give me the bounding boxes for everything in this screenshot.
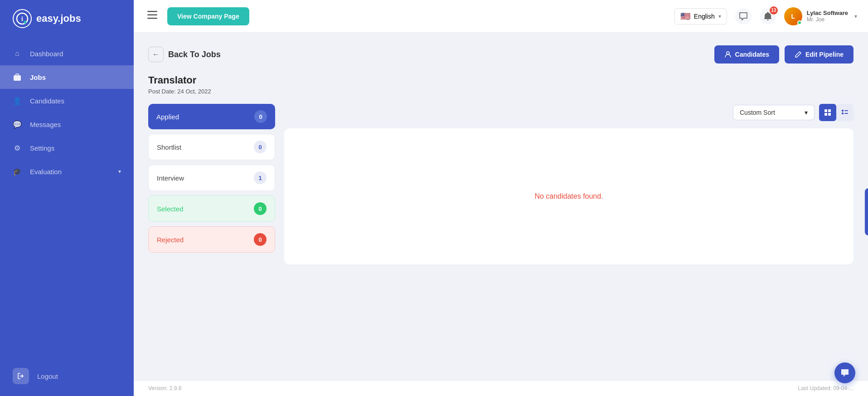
stage-label: Interview bbox=[157, 174, 184, 182]
grid-view-button[interactable] bbox=[819, 104, 836, 121]
post-date-label: Post Date: bbox=[148, 88, 176, 95]
svg-rect-3 bbox=[14, 75, 21, 81]
messages-icon: 💬 bbox=[13, 120, 22, 129]
svg-rect-14 bbox=[842, 112, 844, 114]
sidebar-item-jobs[interactable]: Jobs bbox=[0, 65, 134, 89]
candidates-icon: 👤 bbox=[13, 96, 22, 105]
sidebar-item-dashboard[interactable]: ⌂ Dashboard bbox=[0, 42, 134, 65]
stage-badge: 0 bbox=[254, 110, 267, 123]
post-date-value: 24 Oct, 2022 bbox=[177, 88, 211, 95]
feedback-tab[interactable]: Feedback bbox=[865, 188, 868, 235]
sidebar-item-label: Evaluation bbox=[30, 168, 62, 176]
user-name-block: Lylac Software Mr. Joe bbox=[807, 10, 848, 23]
version-text: Version: 2.9.8 bbox=[148, 385, 181, 391]
language-label: English bbox=[694, 13, 715, 20]
person-icon bbox=[724, 51, 732, 58]
svg-rect-6 bbox=[147, 18, 157, 19]
language-selector[interactable]: 🇺🇸 English ▾ bbox=[674, 8, 727, 24]
back-link[interactable]: ← Back To Jobs bbox=[148, 47, 221, 62]
sidebar-item-label: Dashboard bbox=[30, 50, 63, 58]
pencil-icon bbox=[795, 51, 802, 58]
stage-label: Selected bbox=[157, 205, 183, 213]
stage-list: Applied 0 Shortlist 0 Interview 1 Select… bbox=[148, 104, 275, 253]
chevron-down-icon: ▾ bbox=[118, 168, 121, 175]
chat-bubble-icon bbox=[840, 368, 850, 378]
sidebar-item-messages[interactable]: 💬 Messages bbox=[0, 112, 134, 136]
edit-pipeline-button[interactable]: Edit Pipeline bbox=[785, 45, 853, 64]
notification-badge: 13 bbox=[770, 6, 778, 15]
logout-label: Logout bbox=[37, 372, 58, 380]
job-info: Translator Post Date: 24 Oct, 2022 bbox=[148, 74, 853, 95]
stage-item-applied[interactable]: Applied 0 bbox=[148, 104, 275, 129]
sidebar-item-evaluation[interactable]: 🎓 Evaluation ▾ bbox=[0, 160, 134, 183]
stage-label: Shortlist bbox=[157, 143, 181, 151]
sidebar-item-label: Jobs bbox=[30, 73, 46, 81]
online-indicator bbox=[797, 20, 802, 25]
candidates-btn-label: Candidates bbox=[735, 51, 769, 58]
stage-badge: 1 bbox=[254, 171, 267, 184]
candidates-button[interactable]: Candidates bbox=[714, 45, 779, 64]
topbar-right: 🇺🇸 English ▾ 13 L bbox=[674, 7, 857, 25]
svg-rect-5 bbox=[147, 15, 157, 16]
sidebar-nav: ⌂ Dashboard Jobs 👤 Candidates 💬 Messages… bbox=[0, 37, 134, 361]
chat-bubble-button[interactable] bbox=[834, 362, 855, 383]
sidebar-item-label: Settings bbox=[30, 144, 54, 152]
back-label: Back To Jobs bbox=[168, 50, 221, 59]
svg-rect-12 bbox=[842, 110, 844, 112]
svg-point-2 bbox=[24, 21, 26, 24]
footer: Version: 2.9.8 Last Updated: 09-04-... bbox=[134, 380, 868, 396]
svg-rect-15 bbox=[844, 113, 848, 114]
avatar: L bbox=[784, 7, 802, 25]
svg-rect-10 bbox=[824, 113, 827, 116]
notification-icon[interactable]: 13 bbox=[760, 8, 776, 24]
hamburger-icon[interactable] bbox=[145, 8, 160, 24]
logout-item[interactable]: Logout bbox=[0, 361, 134, 391]
view-toggle bbox=[819, 104, 853, 121]
sort-dropdown[interactable]: Custom Sort ▾ bbox=[733, 105, 815, 120]
right-section: Custom Sort ▾ bbox=[284, 104, 853, 264]
sidebar-item-candidates[interactable]: 👤 Candidates bbox=[0, 89, 134, 112]
sidebar: i easy.jobs ⌂ Dashboard Jobs 👤 Candidate… bbox=[0, 0, 134, 396]
stage-label: Applied bbox=[156, 113, 179, 121]
svg-rect-13 bbox=[844, 110, 848, 111]
svg-point-7 bbox=[727, 52, 729, 54]
page-content: ← Back To Jobs Candidates Edit Pipeline bbox=[134, 33, 868, 380]
logout-icon bbox=[13, 368, 29, 384]
view-company-button[interactable]: View Company Page bbox=[167, 7, 249, 25]
svg-rect-9 bbox=[828, 109, 831, 112]
svg-text:i: i bbox=[21, 15, 23, 22]
logo-text: easy.jobs bbox=[36, 13, 81, 24]
user-profile[interactable]: L Lylac Software Mr. Joe ▾ bbox=[784, 7, 857, 25]
sidebar-logo: i easy.jobs bbox=[0, 0, 134, 37]
sidebar-item-label: Messages bbox=[30, 121, 61, 128]
flag-icon: 🇺🇸 bbox=[680, 11, 690, 21]
chat-icon[interactable] bbox=[735, 8, 752, 24]
last-updated-text: Last Updated: 09-04-... bbox=[798, 385, 853, 391]
svg-rect-8 bbox=[824, 109, 827, 112]
user-name: Mr. Joe bbox=[807, 16, 848, 23]
stage-item-selected[interactable]: Selected 0 bbox=[148, 196, 275, 222]
grid-icon bbox=[824, 109, 831, 116]
jobs-icon bbox=[13, 73, 22, 82]
svg-rect-4 bbox=[147, 11, 157, 12]
stage-item-shortlist[interactable]: Shortlist 0 bbox=[148, 134, 275, 160]
back-arrow-icon: ← bbox=[148, 47, 164, 62]
stage-badge: 0 bbox=[254, 202, 267, 215]
chevron-down-icon: ▾ bbox=[854, 13, 857, 20]
main-content: View Company Page 🇺🇸 English ▾ 13 bbox=[134, 0, 868, 396]
list-view-button[interactable] bbox=[836, 104, 853, 121]
stage-item-interview[interactable]: Interview 1 bbox=[148, 165, 275, 191]
stage-badge: 0 bbox=[254, 141, 267, 153]
job-title: Translator bbox=[148, 74, 853, 86]
stage-item-rejected[interactable]: Rejected 0 bbox=[148, 226, 275, 253]
sort-label: Custom Sort bbox=[740, 109, 775, 116]
job-meta: Post Date: 24 Oct, 2022 bbox=[148, 88, 853, 95]
chevron-down-icon: ▾ bbox=[718, 13, 721, 20]
candidate-area: No candidates found. bbox=[284, 128, 853, 264]
no-candidates-text: No candidates found. bbox=[534, 192, 603, 200]
topbar: View Company Page 🇺🇸 English ▾ 13 bbox=[134, 0, 868, 33]
home-icon: ⌂ bbox=[13, 49, 22, 58]
back-bar: ← Back To Jobs Candidates Edit Pipeline bbox=[148, 45, 853, 64]
sidebar-item-settings[interactable]: ⚙ Settings bbox=[0, 136, 134, 160]
svg-rect-11 bbox=[828, 113, 831, 116]
